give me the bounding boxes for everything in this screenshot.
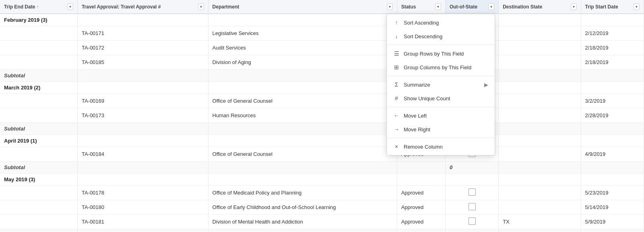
col-dropdown-destination-state[interactable]: ▾ — [571, 3, 577, 10]
col-label-department: Department — [213, 4, 239, 10]
group-cell — [581, 14, 644, 26]
department-cell: Office of Medicaid Policy and Planning — [208, 186, 397, 200]
group-cell — [208, 174, 397, 186]
table-row: TA-00171 Legislative Services Approved 2… — [0, 26, 644, 41]
subtotal-cell — [397, 162, 445, 174]
menu-item-group-cols[interactable]: ⊞ Group Columns by This Field — [387, 60, 495, 74]
menu-label-group-cols: Group Columns by This Field — [404, 64, 471, 70]
menu-item-show-unique[interactable]: # Show Unique Count — [387, 91, 495, 105]
subtotal-value: 0 — [445, 229, 498, 232]
col-dropdown-trip-start-date[interactable]: ▾ — [634, 3, 640, 10]
trip-start-cell: 2/28/2019 — [581, 108, 644, 123]
table-row: TA-00169 Office of General Counsel Appro… — [0, 94, 644, 108]
col-dropdown-department[interactable]: ▾ — [387, 3, 393, 10]
subtotal-cell — [77, 70, 208, 82]
table-row: TA-00184 Office of General Counsel Appro… — [0, 147, 644, 162]
destination-state-cell — [499, 108, 581, 123]
department-cell: Legislative Services — [208, 26, 397, 41]
travel-approval-cell: TA-00180 — [77, 200, 208, 215]
department-cell: Office of General Counsel — [208, 94, 397, 108]
trip-end-cell — [0, 186, 77, 200]
menu-item-move-left[interactable]: ← Move Left — [387, 109, 495, 122]
out-of-state-checkbox[interactable] — [469, 203, 476, 210]
table-body: February 2019 (3) TA-00171 Legislative S… — [0, 14, 644, 232]
menu-item-move-right[interactable]: → Move Right — [387, 122, 495, 136]
group-cell — [77, 174, 208, 186]
col-dropdown-out-of-state[interactable]: ▾ — [488, 3, 494, 10]
group-cell — [77, 14, 208, 26]
menu-item-summarize[interactable]: Σ Summarize ▶ — [387, 78, 495, 91]
submenu-arrow: ▶ — [484, 82, 488, 88]
menu-item-group-rows[interactable]: ☰ Group Rows by This Field — [387, 47, 495, 60]
group-cell — [499, 174, 581, 186]
out-of-state-checkbox[interactable] — [469, 218, 476, 225]
destination-state-cell — [499, 147, 581, 162]
menu-label-move-right: Move Right — [404, 126, 430, 133]
subtotal-cell — [499, 229, 581, 232]
group-header-row: April 2019 (1) — [0, 135, 644, 147]
subtotal-label: Subtotal — [0, 162, 77, 174]
travel-approval-cell: TA-00178 — [77, 186, 208, 200]
menu-section-1: ☰ Group Rows by This Field ⊞ Group Colum… — [387, 45, 495, 76]
out-of-state-cell — [445, 215, 498, 229]
menu-item-sort-asc[interactable]: ↑ Sort Ascending — [387, 16, 495, 29]
menu-item-sort-desc[interactable]: ↓ Sort Descending — [387, 29, 495, 43]
group-label: May 2019 (3) — [0, 174, 77, 186]
subtotal-row: Subtotal 0 — [0, 229, 644, 232]
status-cell: Approved — [397, 200, 445, 215]
subtotal-cell — [499, 162, 581, 174]
menu-icon-move-right: → — [393, 126, 400, 133]
group-cell — [581, 135, 644, 147]
status-cell: Approved — [397, 186, 445, 200]
subtotal-row: Subtotal 0 — [0, 123, 644, 135]
col-header-travel-approval: Travel Approval: Travel Approval # ▾ — [77, 0, 208, 14]
table-row: TA-00180 Office of Early Childhood and O… — [0, 200, 644, 215]
department-cell: Division of Mental Health and Addiction — [208, 215, 397, 229]
col-header-status: Status ▾ — [397, 0, 445, 14]
group-cell — [208, 14, 397, 26]
menu-item-remove-col[interactable]: × Remove Column — [387, 140, 495, 153]
col-label-trip-end-date: Trip End Date — [4, 4, 35, 10]
subtotal-label: Subtotal — [0, 123, 77, 135]
status-cell: Approved — [397, 215, 445, 229]
group-header-row: February 2019 (3) — [0, 14, 644, 26]
destination-state-cell — [499, 41, 581, 55]
trip-end-cell — [0, 41, 77, 55]
trip-start-cell: 3/2/2019 — [581, 94, 644, 108]
out-of-state-checkbox[interactable] — [469, 188, 476, 196]
subtotal-row: Subtotal 0 — [0, 162, 644, 174]
menu-icon-summarize: Σ — [393, 81, 400, 88]
menu-icon-remove-col: × — [393, 143, 400, 150]
group-cell — [581, 82, 644, 94]
group-cell — [581, 174, 644, 186]
col-dropdown-status[interactable]: ▾ — [435, 3, 441, 10]
trip-start-cell: 2/18/2019 — [581, 55, 644, 70]
out-of-state-cell — [445, 186, 498, 200]
subtotal-cell — [77, 229, 208, 232]
col-header-trip-end-date: Trip End Date ↑ ▾ — [0, 0, 77, 14]
menu-label-remove-col: Remove Column — [404, 144, 443, 150]
trip-end-cell — [0, 108, 77, 123]
col-label-status: Status — [401, 4, 416, 10]
group-cell — [77, 135, 208, 147]
col-dropdown-trip-end-date[interactable]: ▾ — [67, 3, 73, 10]
col-dropdown-travel-approval[interactable]: ▾ — [198, 3, 204, 10]
subtotal-cell — [77, 162, 208, 174]
subtotal-cell — [499, 70, 581, 82]
col-label-destination-state: Destination State — [503, 4, 542, 10]
subtotal-cell — [397, 229, 445, 232]
table-header-row: Trip End Date ↑ ▾ Travel Approval: Trave… — [0, 0, 644, 14]
trip-end-cell — [0, 215, 77, 229]
destination-state-cell — [499, 94, 581, 108]
menu-section-3: ← Move Left → Move Right — [387, 107, 495, 138]
trip-start-cell: 5/14/2019 — [581, 200, 644, 215]
trip-start-cell: 2/18/2019 — [581, 41, 644, 55]
travel-approval-cell: TA-00172 — [77, 41, 208, 55]
menu-icon-group-rows: ☰ — [393, 50, 400, 57]
subtotal-cell — [581, 70, 644, 82]
subtotal-value: 0 — [445, 162, 498, 174]
group-cell — [77, 82, 208, 94]
menu-label-summarize: Summarize — [404, 82, 430, 88]
table-row: TA-00173 Human Resources Approved 2/28/2… — [0, 108, 644, 123]
destination-state-cell: TX — [499, 215, 581, 229]
